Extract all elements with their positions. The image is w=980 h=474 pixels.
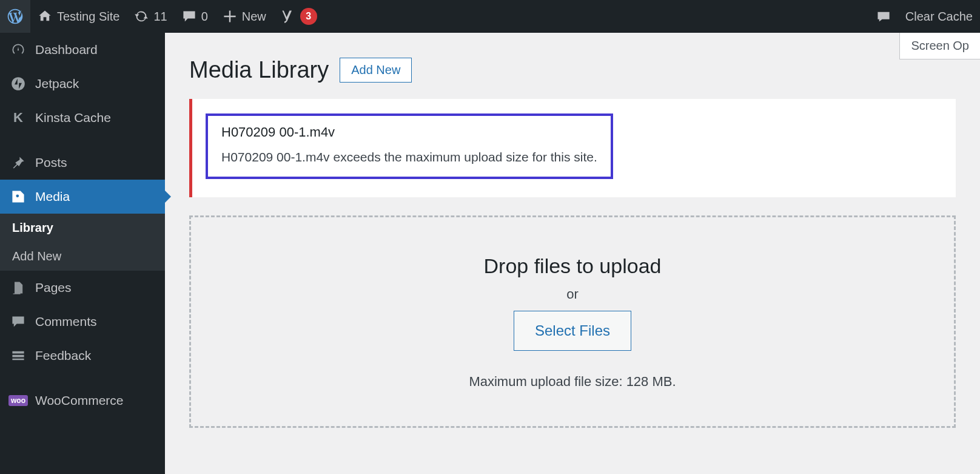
yoast-icon bbox=[281, 9, 295, 24]
sidebar-label: Media bbox=[35, 189, 70, 204]
notice-highlight-box: H070209 00-1.m4v H070209 00-1.m4v exceed… bbox=[206, 113, 613, 179]
update-icon bbox=[134, 9, 149, 24]
main-content: Screen Op Media Library Add New H070209 … bbox=[165, 33, 980, 474]
yoast-link[interactable]: 3 bbox=[274, 0, 324, 33]
woocommerce-icon: woo bbox=[10, 395, 27, 406]
admin-sidebar: Dashboard Jetpack K Kinsta Cache Posts M… bbox=[0, 33, 165, 474]
sidebar-label: Feedback bbox=[35, 348, 91, 363]
sidebar-label: Comments bbox=[35, 314, 97, 329]
home-icon bbox=[38, 9, 52, 24]
sidebar-label: Pages bbox=[35, 280, 72, 295]
dropzone-heading: Drop files to upload bbox=[484, 254, 662, 278]
sidebar-label: Jetpack bbox=[35, 76, 79, 91]
sidebar-item-pages[interactable]: Pages bbox=[0, 271, 165, 305]
updates-count: 11 bbox=[153, 10, 167, 24]
new-content-link[interactable]: New bbox=[215, 0, 274, 33]
pages-icon bbox=[10, 280, 27, 295]
sidebar-item-jetpack[interactable]: Jetpack bbox=[0, 67, 165, 101]
select-files-button[interactable]: Select Files bbox=[514, 311, 631, 351]
feedback-icon bbox=[10, 348, 27, 363]
sidebar-label: WooCommerce bbox=[35, 393, 123, 408]
sidebar-label: Kinsta Cache bbox=[35, 110, 111, 125]
error-filename: H070209 00-1.m4v bbox=[221, 124, 597, 140]
media-submenu: Library Add New bbox=[0, 214, 165, 271]
comments-count-top: 0 bbox=[201, 10, 208, 24]
media-icon bbox=[10, 189, 27, 204]
submenu-library[interactable]: Library bbox=[0, 214, 165, 242]
screen-options-tab[interactable]: Screen Op bbox=[899, 33, 980, 59]
page-header: Media Library Add New bbox=[189, 57, 956, 83]
sidebar-label: Dashboard bbox=[35, 42, 98, 57]
site-name-link[interactable]: Testing Site bbox=[30, 0, 127, 33]
submenu-add-new[interactable]: Add New bbox=[0, 242, 165, 271]
kinsta-icon: K bbox=[10, 110, 27, 126]
sidebar-item-kinsta[interactable]: K Kinsta Cache bbox=[0, 101, 165, 135]
upload-dropzone[interactable]: Drop files to upload or Select Files Max… bbox=[189, 215, 956, 428]
pin-icon bbox=[10, 155, 27, 170]
sidebar-label: Posts bbox=[35, 155, 67, 170]
sidebar-item-comments[interactable]: Comments bbox=[0, 305, 165, 339]
max-upload-hint: Maximum upload file size: 128 MB. bbox=[469, 374, 676, 390]
page-title: Media Library bbox=[189, 57, 329, 83]
plus-icon bbox=[223, 9, 237, 24]
notifications-link[interactable] bbox=[869, 0, 898, 33]
wordpress-icon bbox=[7, 8, 23, 24]
wp-logo[interactable] bbox=[0, 0, 30, 33]
svg-point-0 bbox=[12, 77, 25, 90]
sidebar-item-media[interactable]: Media bbox=[0, 180, 165, 214]
comments-link[interactable]: 0 bbox=[175, 0, 215, 33]
sidebar-item-posts[interactable]: Posts bbox=[0, 146, 165, 180]
updates-link[interactable]: 11 bbox=[127, 0, 174, 33]
jetpack-icon bbox=[10, 76, 27, 91]
error-message: H070209 00-1.m4v exceeds the maximum upl… bbox=[221, 150, 597, 164]
clear-cache-label: Clear Cache bbox=[905, 10, 973, 24]
new-label: New bbox=[242, 10, 266, 24]
add-new-button[interactable]: Add New bbox=[340, 58, 412, 83]
sidebar-item-feedback[interactable]: Feedback bbox=[0, 339, 165, 373]
dropzone-or: or bbox=[566, 286, 579, 302]
yoast-badge: 3 bbox=[300, 8, 317, 25]
sidebar-item-woocommerce[interactable]: woo WooCommerce bbox=[0, 384, 165, 418]
clear-cache-link[interactable]: Clear Cache bbox=[898, 0, 980, 33]
site-name-text: Testing Site bbox=[57, 10, 119, 24]
comment-icon bbox=[182, 9, 196, 24]
dashboard-icon bbox=[10, 42, 27, 57]
comments-icon bbox=[10, 314, 27, 329]
upload-error-notice: H070209 00-1.m4v H070209 00-1.m4v exceed… bbox=[189, 99, 956, 197]
sidebar-item-dashboard[interactable]: Dashboard bbox=[0, 33, 165, 67]
admin-bar: Testing Site 11 0 New 3 Clear Cache bbox=[0, 0, 980, 33]
notification-icon bbox=[876, 9, 891, 24]
